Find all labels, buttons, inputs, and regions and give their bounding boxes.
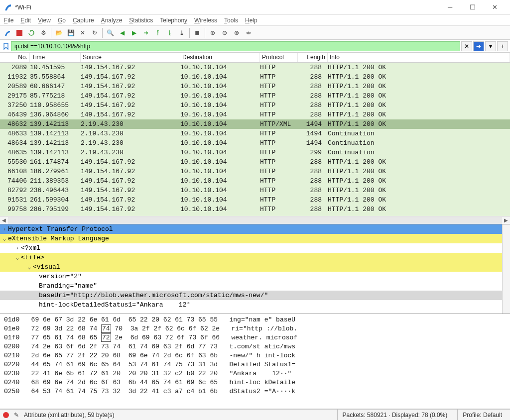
detail-line: Hypertext Transfer Protocol — [8, 225, 113, 233]
hex-line: 0230 22 41 6e 6b 61 72 61 20 20 20 31 32… — [4, 370, 506, 379]
zoom-out-icon[interactable]: ⊖ — [219, 27, 230, 38]
titlebar: *Wi-Fi ─ ☐ ✕ — [0, 0, 510, 15]
app-icon — [4, 3, 12, 11]
capture-options-icon[interactable]: ⚙ — [38, 27, 49, 38]
filter-bar: ✕ ➔ ▾ + — [0, 40, 510, 53]
detail-line: <?xml — [21, 244, 40, 252]
hex-line: 01e0 72 69 3d 22 68 74 74 70 3a 2f 2f 62… — [4, 325, 506, 334]
packet-row[interactable]: 55530161.174874149.154.167.9210.10.10.10… — [0, 157, 510, 167]
packet-list-header: No. Time Source Destination Protocol Len… — [0, 53, 510, 63]
menu-wireless[interactable]: Wireless — [194, 17, 217, 24]
menu-analyze[interactable]: Analyze — [101, 17, 123, 24]
add-filter-button[interactable]: + — [497, 41, 508, 51]
resize-columns-icon[interactable]: ⇹ — [243, 27, 254, 38]
expand-icon[interactable]: › — [14, 245, 21, 251]
save-file-icon[interactable]: 💾 — [65, 27, 76, 38]
detail-line: <visual — [33, 263, 60, 271]
menu-capture[interactable]: Capture — [73, 17, 94, 24]
packet-row[interactable]: 48632139.1421132.19.43.23010.10.10.104HT… — [0, 119, 510, 129]
packet-row[interactable]: 48634139.1421132.19.43.23010.10.10.104HT… — [0, 138, 510, 148]
edit-icon[interactable]: ✎ — [14, 412, 19, 419]
go-forward-icon[interactable]: ▶ — [128, 27, 139, 38]
expert-info-icon[interactable] — [3, 412, 9, 418]
col-destination[interactable]: Destination — [180, 53, 260, 62]
apply-filter-button[interactable]: ➔ — [473, 41, 484, 51]
colorize-icon[interactable]: ≣ — [192, 27, 203, 38]
start-capture-icon[interactable] — [2, 27, 13, 38]
packet-bytes-pane[interactable]: 01d0 69 6e 67 3d 22 6e 61 6d 65 22 20 62… — [0, 314, 510, 409]
minimize-button[interactable]: ─ — [439, 0, 461, 14]
menu-file[interactable]: File — [4, 17, 13, 24]
menu-help[interactable]: Help — [245, 17, 257, 24]
col-source[interactable]: Source — [81, 53, 180, 62]
go-back-icon[interactable]: ◀ — [117, 27, 128, 38]
menubar: File Edit View Go Capture Analyze Statis… — [0, 15, 510, 26]
auto-scroll-icon[interactable]: ⤓ — [176, 27, 187, 38]
zoom-in-icon[interactable]: ⊕ — [207, 27, 218, 38]
packet-row[interactable]: 82792236.496443149.154.167.9210.10.10.10… — [0, 186, 510, 195]
hex-line: 0200 74 2e 63 6f 6d 2f 73 74 61 74 69 63… — [4, 343, 506, 352]
go-to-packet-icon[interactable]: ➜ — [140, 27, 151, 38]
menu-edit[interactable]: Edit — [20, 17, 31, 24]
detail-line: Branding="name" — [39, 282, 97, 290]
menu-view[interactable]: View — [38, 17, 51, 24]
go-last-icon[interactable]: ⭳ — [164, 27, 175, 38]
col-info[interactable]: Info — [328, 53, 510, 62]
details-vscroll[interactable] — [502, 224, 510, 314]
scroll-right-icon[interactable]: ▶ — [502, 217, 510, 223]
display-filter-input[interactable] — [11, 41, 460, 51]
status-profile[interactable]: Profile: Default — [463, 412, 502, 419]
packet-row[interactable]: 46439136.064860149.154.167.9210.10.10.10… — [0, 110, 510, 119]
detail-line: hint-lockDetailedStatus1="Ankara 12° — [39, 301, 190, 309]
col-time[interactable]: Time — [30, 53, 81, 62]
packet-row[interactable]: 91531261.599304149.154.167.9210.10.10.10… — [0, 195, 510, 205]
menu-tools[interactable]: Tools — [224, 17, 238, 24]
packet-list-hscroll[interactable]: ◀ ▶ — [0, 216, 510, 224]
packet-row[interactable]: 48635139.1421132.19.43.23010.10.10.104HT… — [0, 148, 510, 157]
reload-icon[interactable]: ↻ — [89, 27, 100, 38]
filter-dropdown-button[interactable]: ▾ — [485, 41, 496, 51]
collapse-icon[interactable]: ⌄ — [1, 235, 8, 242]
filter-bookmark-icon[interactable] — [2, 42, 10, 50]
clear-filter-button[interactable]: ✕ — [461, 41, 472, 51]
col-protocol[interactable]: Protocol — [260, 53, 298, 62]
scroll-left-icon[interactable]: ◀ — [0, 217, 8, 223]
collapse-icon[interactable]: ⌄ — [14, 254, 21, 261]
open-file-icon[interactable]: 📂 — [53, 27, 64, 38]
packet-row[interactable]: 208910.451595149.154.167.9210.10.10.104H… — [0, 63, 510, 72]
packet-row[interactable]: 2058960.666147149.154.167.9210.10.10.104… — [0, 82, 510, 91]
status-packets: Packets: 580921 · Displayed: 78 (0.0%) — [343, 412, 448, 419]
close-button[interactable]: ✕ — [484, 0, 506, 14]
col-no[interactable]: No. — [0, 53, 30, 62]
detail-line: version="2" — [39, 273, 82, 280]
menu-telephony[interactable]: Telephony — [160, 17, 187, 24]
status-left: Attribute (xml.attribute), 59 byte(s) — [24, 412, 114, 419]
packet-details-pane[interactable]: ›Hypertext Transfer Protocol ⌄eXtensible… — [0, 224, 510, 314]
menu-go[interactable]: Go — [58, 17, 66, 24]
maximize-button[interactable]: ☐ — [461, 0, 484, 14]
packet-row[interactable]: 99758286.705199149.154.167.9210.10.10.10… — [0, 205, 510, 214]
col-length[interactable]: Length — [298, 53, 328, 62]
close-file-icon[interactable]: ✕ — [77, 27, 88, 38]
hex-line: 0220 44 65 74 61 69 6c 65 64 53 74 61 74… — [4, 361, 506, 370]
detail-line: eXtensible Markup Language — [8, 235, 109, 242]
find-packet-icon[interactable]: 🔍 — [105, 27, 116, 38]
packet-row[interactable]: 1193235.558864149.154.167.9210.10.10.104… — [0, 72, 510, 82]
menu-statistics[interactable]: Statistics — [129, 17, 153, 24]
zoom-reset-icon[interactable]: ⊜ — [231, 27, 242, 38]
packet-rows[interactable]: 208910.451595149.154.167.9210.10.10.104H… — [0, 63, 510, 216]
stop-capture-icon[interactable] — [14, 27, 25, 38]
hex-line: 0240 68 69 6e 74 2d 6c 6f 63 6b 44 65 74… — [4, 379, 506, 388]
packet-row[interactable]: 37250110.958655149.154.167.9210.10.10.10… — [0, 101, 510, 110]
expand-icon[interactable]: › — [1, 226, 8, 232]
hex-line: 0210 2d 6e 65 77 2f 22 20 68 69 6e 74 2d… — [4, 352, 506, 361]
hex-line: 01d0 69 6e 67 3d 22 6e 61 6d 65 22 20 62… — [4, 316, 506, 325]
collapse-icon[interactable]: ⌄ — [26, 264, 33, 270]
packet-row[interactable]: 48633139.1421132.19.43.23010.10.10.104HT… — [0, 129, 510, 138]
packet-row[interactable]: 2917585.775218149.154.167.9210.10.10.104… — [0, 91, 510, 101]
packet-row[interactable]: 74406211.389353149.154.167.9210.10.10.10… — [0, 176, 510, 186]
go-first-icon[interactable]: ⭱ — [152, 27, 163, 38]
statusbar: ✎ Attribute (xml.attribute), 59 byte(s) … — [0, 409, 510, 420]
restart-capture-icon[interactable] — [26, 27, 37, 38]
packet-row[interactable]: 66108186.279961149.154.167.9210.10.10.10… — [0, 167, 510, 176]
